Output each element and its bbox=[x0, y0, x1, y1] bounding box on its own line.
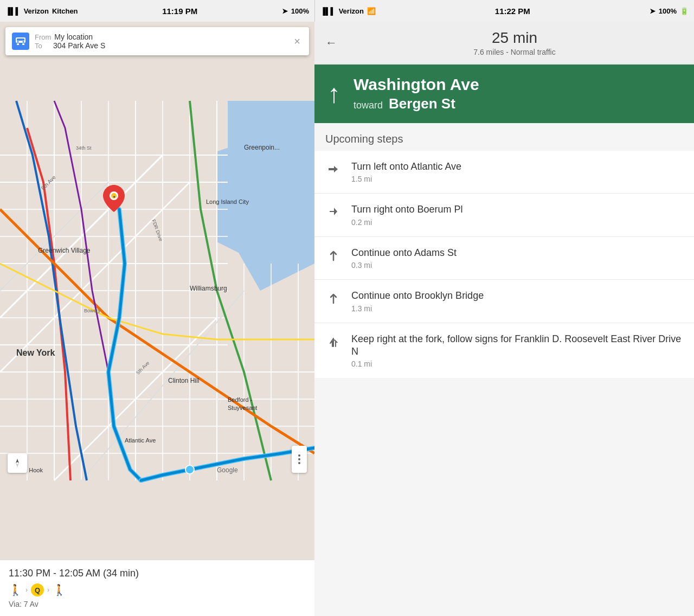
step-4-distance: 1.3 mi bbox=[351, 304, 683, 313]
left-status-bar: ▐▌▌ Verizon Kitchen 11:19 PM ➤ 100% bbox=[0, 0, 314, 22]
svg-text:Greenwich Village: Greenwich Village bbox=[38, 247, 91, 254]
to-value: 304 Park Ave S bbox=[53, 41, 105, 50]
svg-text:Clinton Hill: Clinton Hill bbox=[168, 377, 199, 384]
status-bars: ▐▌▌ Verizon Kitchen 11:19 PM ➤ 100% ▐▌▌ … bbox=[0, 0, 694, 22]
main-content: From My location To 304 Park Ave S × bbox=[0, 22, 694, 616]
map-svg: ★ Greenwich Village New York Long Island… bbox=[0, 22, 314, 560]
direction-banner: ↑ Washington Ave toward Bergen St bbox=[314, 65, 694, 123]
svg-marker-59 bbox=[16, 463, 19, 467]
right-battery: 100% bbox=[659, 7, 677, 15]
back-button[interactable]: ← bbox=[325, 36, 337, 50]
step-2-details: Turn right onto Boerum Pl 0.2 mi bbox=[351, 203, 683, 226]
mode-arrow-2: › bbox=[47, 586, 49, 594]
nav-header: ← 25 min 7.6 miles - Normal traffic bbox=[314, 22, 694, 65]
svg-marker-58 bbox=[16, 459, 19, 463]
svg-point-3 bbox=[17, 41, 19, 43]
current-street: Washington Ave bbox=[354, 75, 681, 93]
step-3: Continue onto Adams St 0.3 mi bbox=[314, 237, 694, 280]
dot-1 bbox=[298, 454, 300, 457]
step-3-distance: 0.3 mi bbox=[351, 261, 683, 270]
trip-modes: 🚶 › Q › 🚶 bbox=[9, 583, 306, 596]
via-text: Via: 7 Av bbox=[9, 600, 306, 608]
step-3-details: Continue onto Adams St 0.3 mi bbox=[351, 247, 683, 270]
direction-text: Washington Ave toward Bergen St bbox=[354, 75, 681, 112]
svg-point-38 bbox=[185, 465, 194, 474]
dot-2 bbox=[298, 458, 300, 460]
step-5-name: Keep right at the fork, follow signs for… bbox=[351, 333, 683, 358]
to-label: To bbox=[35, 42, 50, 50]
left-time: 11:19 PM bbox=[162, 7, 197, 16]
step-4-details: Continue onto Brooklyn Bridge 1.3 mi bbox=[351, 290, 683, 312]
step-1-icon bbox=[325, 162, 342, 178]
step-1: Turn left onto Atlantic Ave 1.5 mi bbox=[314, 151, 694, 194]
step-2-name: Turn right onto Boerum Pl bbox=[351, 203, 683, 216]
svg-text:34th St: 34th St bbox=[76, 145, 92, 151]
step-2: Turn right onto Boerum Pl 0.2 mi bbox=[314, 194, 694, 236]
svg-text:★: ★ bbox=[113, 195, 115, 198]
step-4-name: Continue onto Brooklyn Bridge bbox=[351, 290, 683, 302]
steps-list: Turn left onto Atlantic Ave 1.5 mi Turn … bbox=[314, 151, 694, 378]
dot-3 bbox=[298, 462, 300, 464]
svg-text:Long Island City: Long Island City bbox=[206, 198, 249, 205]
signal-icon: ▐▌▌ bbox=[5, 7, 21, 15]
q-train-badge: Q bbox=[31, 583, 44, 596]
svg-text:Atlantic Ave: Atlantic Ave bbox=[125, 437, 156, 444]
right-signal-group: ▐▌▌ Verizon 📶 bbox=[320, 7, 376, 15]
bottom-info-panel: 11:30 PM - 12:05 AM (34 min) 🚶 › Q › 🚶 V… bbox=[0, 560, 314, 616]
right-status-bar: ▐▌▌ Verizon 📶 11:22 PM ➤ 100% 🔋 bbox=[314, 0, 694, 22]
right-battery-group: ➤ 100% 🔋 bbox=[650, 7, 689, 15]
compass-button[interactable] bbox=[8, 453, 27, 473]
right-panel: ← 25 min 7.6 miles - Normal traffic ↑ Wa… bbox=[314, 22, 694, 616]
from-value: My location bbox=[54, 33, 93, 41]
svg-rect-2 bbox=[22, 43, 24, 45]
left-battery-group: ➤ 100% bbox=[282, 7, 309, 15]
walk-start-icon: 🚶 bbox=[9, 583, 22, 596]
route-bar: From My location To 304 Park Ave S × bbox=[5, 27, 309, 55]
right-signal-icon: ▐▌▌ bbox=[320, 7, 336, 15]
nav-info: 25 min 7.6 miles - Normal traffic bbox=[346, 29, 683, 56]
route-to: To 304 Park Ave S bbox=[35, 41, 286, 50]
upcoming-header: Upcoming steps bbox=[314, 123, 694, 151]
svg-rect-5 bbox=[17, 39, 24, 41]
svg-rect-1 bbox=[17, 43, 19, 45]
wifi-label: Kitchen bbox=[52, 7, 78, 15]
step-1-details: Turn left onto Atlantic Ave 1.5 mi bbox=[351, 161, 683, 183]
trip-time: 11:30 PM - 12:05 AM (34 min) bbox=[9, 568, 306, 579]
close-button[interactable]: × bbox=[292, 33, 303, 50]
left-panel: From My location To 304 Park Ave S × bbox=[0, 22, 314, 616]
step-4-icon bbox=[325, 291, 342, 307]
step-4: Continue onto Brooklyn Bridge 1.3 mi bbox=[314, 280, 694, 323]
step-3-icon bbox=[325, 248, 342, 264]
svg-text:Google: Google bbox=[217, 466, 238, 474]
toward-label: toward Bergen St bbox=[354, 95, 681, 112]
svg-text:Bowery: Bowery bbox=[84, 308, 101, 313]
route-fields: From My location To 304 Park Ave S bbox=[35, 33, 286, 50]
svg-text:New York: New York bbox=[16, 348, 55, 357]
right-battery-icon: 🔋 bbox=[680, 7, 689, 15]
transit-icon bbox=[12, 33, 29, 50]
step-1-distance: 1.5 mi bbox=[351, 175, 683, 183]
mode-arrow-1: › bbox=[25, 586, 28, 594]
right-wifi-icon: 📶 bbox=[367, 7, 376, 15]
left-battery: 100% bbox=[291, 7, 309, 15]
nav-duration: 25 min bbox=[346, 29, 683, 47]
svg-text:Williamsburg: Williamsburg bbox=[190, 285, 227, 292]
right-carrier-name: Verizon bbox=[339, 7, 364, 15]
from-label: From bbox=[35, 33, 51, 41]
location-icon: ➤ bbox=[282, 7, 288, 15]
step-2-icon bbox=[325, 204, 342, 221]
route-from: From My location bbox=[35, 33, 286, 41]
map-overflow-button[interactable] bbox=[292, 446, 307, 473]
svg-point-4 bbox=[23, 41, 24, 43]
step-5-icon bbox=[325, 334, 342, 350]
right-location-icon: ➤ bbox=[650, 7, 656, 15]
direction-arrow-icon: ↑ bbox=[327, 81, 340, 107]
step-5-details: Keep right at the fork, follow signs for… bbox=[351, 333, 683, 369]
step-3-name: Continue onto Adams St bbox=[351, 247, 683, 259]
step-1-name: Turn left onto Atlantic Ave bbox=[351, 161, 683, 173]
step-5-distance: 0.1 mi bbox=[351, 360, 683, 368]
right-time: 11:22 PM bbox=[495, 7, 530, 16]
toward-word: toward bbox=[354, 100, 383, 111]
svg-text:Stuyvesant: Stuyvesant bbox=[228, 405, 257, 411]
svg-text:Bedford -: Bedford - bbox=[228, 396, 253, 403]
